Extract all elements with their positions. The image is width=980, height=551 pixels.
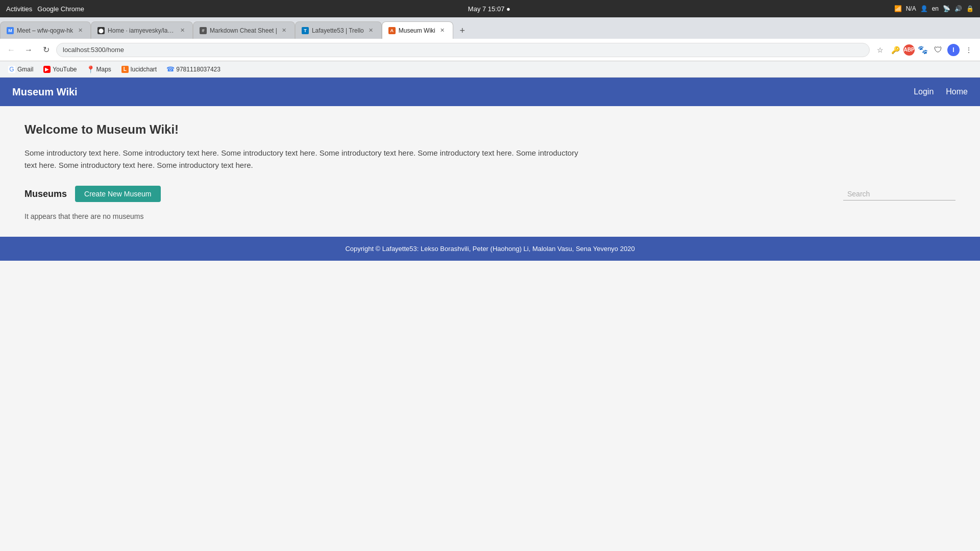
address-bar: ← → ↻ ☆ 🔑 ABP 🐾 🛡 I ⋮ [0, 39, 980, 61]
bookmark-phone[interactable]: ☎ 9781118037423 [163, 64, 225, 74]
welcome-heading: Welcome to Museum Wiki! [24, 122, 955, 137]
address-input[interactable] [56, 43, 870, 57]
tab-title-museum: Museum Wiki [399, 27, 435, 34]
os-bar-left: Activities Google Chrome [6, 5, 84, 13]
tab-favicon-meet: M [7, 27, 14, 34]
user-icon: 👤 [920, 5, 928, 12]
lucidchart-icon: L [121, 66, 129, 73]
bookmark-youtube-label: YouTube [53, 66, 77, 73]
tab-markdown[interactable]: # Markdown Cheat Sheet | ✕ [193, 21, 295, 39]
tab-title-markdown: Markdown Cheat Sheet | [210, 27, 277, 34]
museums-heading: Museums [24, 189, 67, 199]
network-label: N/A [906, 5, 916, 12]
browser-frame: M Meet – wfw-qogw-hk ✕ ⬤ Home · iamyeves… [0, 17, 980, 551]
tab-close-meet[interactable]: ✕ [76, 27, 84, 35]
os-top-bar: Activities Google Chrome May 7 15:07 ● 📶… [0, 0, 980, 17]
tab-close-trello[interactable]: ✕ [367, 27, 375, 35]
tab-museum[interactable]: A Museum Wiki ✕ [382, 21, 453, 39]
forward-button[interactable]: → [21, 43, 36, 57]
bookmark-maps[interactable]: 📍 Maps [83, 64, 115, 74]
reload-button[interactable]: ↻ [39, 43, 53, 57]
tab-bar: M Meet – wfw-qogw-hk ✕ ⬤ Home · iamyeves… [0, 17, 980, 39]
language-label: en [932, 5, 939, 12]
back-button[interactable]: ← [4, 43, 18, 57]
no-museums-text: It appears that there are no museums [24, 212, 955, 220]
youtube-icon: ▶ [43, 66, 51, 73]
browser-app-label[interactable]: Google Chrome [37, 5, 84, 13]
bookmarks-bar: G Gmail ▶ YouTube 📍 Maps L lucidchart ☎ … [0, 61, 980, 78]
tab-title-trello: Lafayette53 | Trello [312, 27, 364, 34]
museums-left: Museums Create New Museum [24, 186, 161, 202]
volume-icon: 🔊 [954, 5, 962, 12]
key-icon[interactable]: 🔑 [888, 43, 902, 57]
os-status-icons: 📶 N/A 👤 en 📡 🔊 🔒 [894, 5, 974, 12]
new-tab-button[interactable]: + [455, 23, 470, 38]
tab-favicon-museum: A [388, 27, 396, 34]
bookmark-phone-label: 9781118037423 [176, 66, 220, 73]
website-content: Museum Wiki Login Home Welcome to Museum… [0, 78, 980, 551]
app-navbar: Museum Wiki Login Home [0, 78, 980, 106]
tab-title-meet: Meet – wfw-qogw-hk [17, 27, 73, 34]
extension-icon-2[interactable]: 🛡 [931, 43, 945, 57]
gmail-icon: G [8, 66, 15, 73]
os-datetime: May 7 15:07 ● [468, 5, 510, 13]
tab-close-markdown[interactable]: ✕ [280, 27, 288, 35]
phone-icon: ☎ [167, 66, 174, 73]
bookmark-maps-label: Maps [96, 66, 111, 73]
chrome-menu-icon[interactable]: ⋮ [962, 43, 976, 57]
bookmark-star-icon[interactable]: ☆ [873, 43, 887, 57]
intro-text: Some introductory text here. Some introd… [24, 147, 586, 171]
bookmark-lucidchart[interactable]: L lucidchart [117, 64, 161, 74]
app-nav-links: Login Home [914, 87, 968, 96]
extension-icon-1[interactable]: 🐾 [916, 43, 930, 57]
tab-favicon-github: ⬤ [97, 27, 105, 34]
activities-label[interactable]: Activities [6, 5, 32, 13]
wifi-icon: 📶 [894, 5, 902, 12]
museums-section: Museums Create New Museum [24, 186, 955, 202]
bookmark-youtube[interactable]: ▶ YouTube [39, 64, 81, 74]
nav-home-link[interactable]: Home [946, 87, 968, 96]
create-museum-button[interactable]: Create New Museum [75, 186, 161, 202]
bookmark-gmail[interactable]: G Gmail [4, 64, 37, 74]
main-content: Welcome to Museum Wiki! Some introductor… [0, 106, 980, 237]
avatar[interactable]: I [946, 43, 961, 57]
tab-close-museum[interactable]: ✕ [438, 27, 447, 35]
app-brand[interactable]: Museum Wiki [12, 86, 78, 98]
footer-text: Copyright © Lafayette53: Lekso Borashvil… [345, 245, 634, 253]
tab-title-github: Home · iamyevesky/lafaye [108, 27, 175, 34]
bookmark-lucidchart-label: lucidchart [131, 66, 157, 73]
nav-login-link[interactable]: Login [914, 87, 934, 96]
tab-favicon-markdown: # [200, 27, 207, 34]
tab-favicon-trello: T [302, 27, 309, 34]
tab-close-github[interactable]: ✕ [178, 27, 186, 35]
toolbar-icons: ☆ 🔑 ABP 🐾 🛡 I ⋮ [873, 43, 976, 57]
maps-icon: 📍 [87, 66, 94, 73]
bookmark-gmail-label: Gmail [17, 66, 33, 73]
adblock-icon[interactable]: ABP [903, 44, 915, 56]
tab-meet[interactable]: M Meet – wfw-qogw-hk ✕ [0, 21, 91, 39]
app-footer: Copyright © Lafayette53: Lekso Borashvil… [0, 237, 980, 261]
search-input[interactable] [843, 188, 955, 201]
lock-icon: 🔒 [966, 5, 974, 12]
signal-icon: 📡 [943, 5, 950, 12]
tab-github[interactable]: ⬤ Home · iamyevesky/lafaye ✕ [91, 21, 193, 39]
tab-trello[interactable]: T Lafayette53 | Trello ✕ [295, 21, 382, 39]
